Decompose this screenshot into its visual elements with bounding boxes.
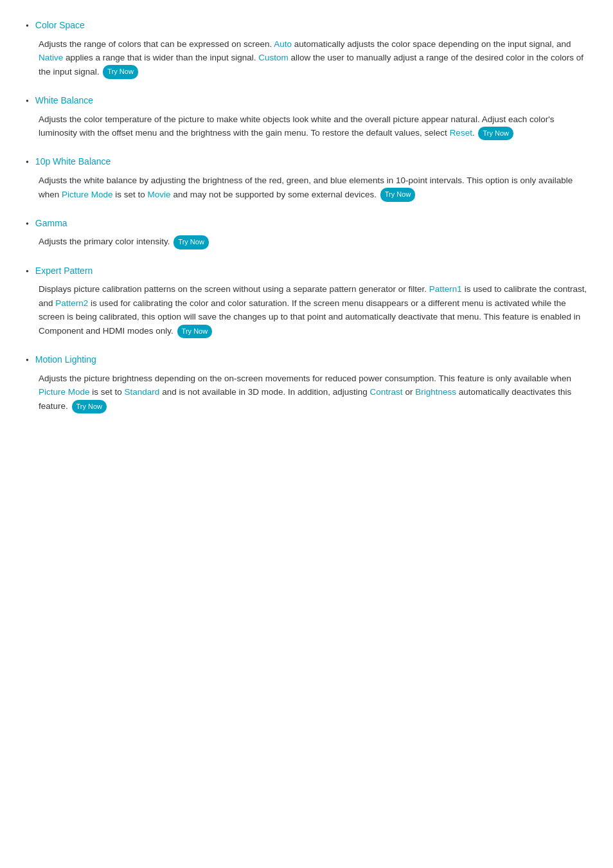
section-title-color-space[interactable]: Color Space bbox=[35, 19, 85, 32]
body-text: automatically adjusts the color space de… bbox=[292, 39, 571, 49]
main-content: ●Color SpaceAdjusts the range of colors … bbox=[26, 19, 587, 413]
section-expert-pattern: ●Expert PatternDisplays picture calibrat… bbox=[26, 265, 587, 339]
section-body-10p-white-balance: Adjusts the white balance by adjusting t… bbox=[39, 174, 587, 202]
try-now-button-white-balance[interactable]: Try Now bbox=[478, 127, 513, 141]
link-movie[interactable]: Movie bbox=[148, 190, 171, 199]
link-brightness[interactable]: Brightness bbox=[415, 387, 456, 397]
section-header-gamma: ●Gamma bbox=[26, 217, 587, 230]
link-contrast[interactable]: Contrast bbox=[370, 387, 403, 397]
try-now-button-motion-lighting[interactable]: Try Now bbox=[72, 400, 107, 414]
section-title-gamma[interactable]: Gamma bbox=[35, 217, 67, 230]
section-title-10p-white-balance[interactable]: 10p White Balance bbox=[35, 156, 111, 168]
link-auto[interactable]: Auto bbox=[274, 39, 292, 49]
section-title-motion-lighting[interactable]: Motion Lighting bbox=[35, 354, 96, 366]
body-text: is used for calibrating the color and co… bbox=[39, 298, 580, 336]
body-text: Adjusts the range of colors that can be … bbox=[39, 39, 274, 49]
section-body-motion-lighting: Adjusts the picture brightness depending… bbox=[39, 372, 587, 413]
bullet-icon: ● bbox=[26, 357, 29, 363]
body-text: Adjusts the picture brightness depending… bbox=[39, 374, 571, 383]
try-now-button-color-space[interactable]: Try Now bbox=[103, 65, 138, 79]
bullet-icon: ● bbox=[26, 159, 29, 165]
link-picture-mode[interactable]: Picture Mode bbox=[62, 190, 113, 199]
section-color-space: ●Color SpaceAdjusts the range of colors … bbox=[26, 19, 587, 79]
section-title-white-balance[interactable]: White Balance bbox=[35, 95, 93, 107]
body-text: and is not available in 3D mode. In addi… bbox=[159, 387, 369, 397]
section-body-gamma: Adjusts the primary color intensity. Try… bbox=[39, 235, 587, 249]
section-header-expert-pattern: ●Expert Pattern bbox=[26, 265, 587, 278]
link-reset[interactable]: Reset bbox=[450, 128, 472, 138]
body-text: applies a range that is wider than the i… bbox=[63, 53, 258, 62]
body-text: is set to bbox=[90, 387, 125, 397]
body-text: and may not be supported by some externa… bbox=[171, 190, 379, 199]
section-10p-white-balance: ●10p White BalanceAdjusts the white bala… bbox=[26, 156, 587, 201]
bullet-icon: ● bbox=[26, 221, 29, 226]
section-header-white-balance: ●White Balance bbox=[26, 95, 587, 107]
link-custom[interactable]: Custom bbox=[258, 53, 289, 62]
section-header-color-space: ●Color Space bbox=[26, 19, 587, 32]
body-text: . bbox=[472, 128, 477, 138]
bullet-icon: ● bbox=[26, 23, 29, 28]
section-title-expert-pattern[interactable]: Expert Pattern bbox=[35, 265, 93, 278]
body-text: or bbox=[403, 387, 416, 397]
section-body-expert-pattern: Displays picture calibration patterns on… bbox=[39, 282, 587, 338]
link-pattern1[interactable]: Pattern1 bbox=[429, 284, 462, 294]
body-text: is set to bbox=[113, 190, 148, 199]
try-now-button-gamma[interactable]: Try Now bbox=[173, 235, 209, 249]
link-picture-mode[interactable]: Picture Mode bbox=[39, 387, 90, 397]
section-white-balance: ●White BalanceAdjusts the color temperat… bbox=[26, 95, 587, 140]
bullet-icon: ● bbox=[26, 268, 29, 274]
link-standard[interactable]: Standard bbox=[125, 387, 160, 397]
section-header-10p-white-balance: ●10p White Balance bbox=[26, 156, 587, 168]
section-header-motion-lighting: ●Motion Lighting bbox=[26, 354, 587, 366]
body-text: Displays picture calibration patterns on… bbox=[39, 284, 429, 294]
section-body-color-space: Adjusts the range of colors that can be … bbox=[39, 37, 587, 79]
section-gamma: ●GammaAdjusts the primary color intensit… bbox=[26, 217, 587, 249]
try-now-button-expert-pattern[interactable]: Try Now bbox=[177, 325, 213, 339]
section-motion-lighting: ●Motion LightingAdjusts the picture brig… bbox=[26, 354, 587, 413]
try-now-button-10p-white-balance[interactable]: Try Now bbox=[380, 188, 416, 202]
link-pattern2[interactable]: Pattern2 bbox=[55, 298, 88, 308]
body-text: Adjusts the primary color intensity. bbox=[39, 237, 172, 246]
link-native[interactable]: Native bbox=[39, 53, 63, 62]
section-body-white-balance: Adjusts the color temperature of the pic… bbox=[39, 113, 587, 141]
bullet-icon: ● bbox=[26, 98, 29, 104]
